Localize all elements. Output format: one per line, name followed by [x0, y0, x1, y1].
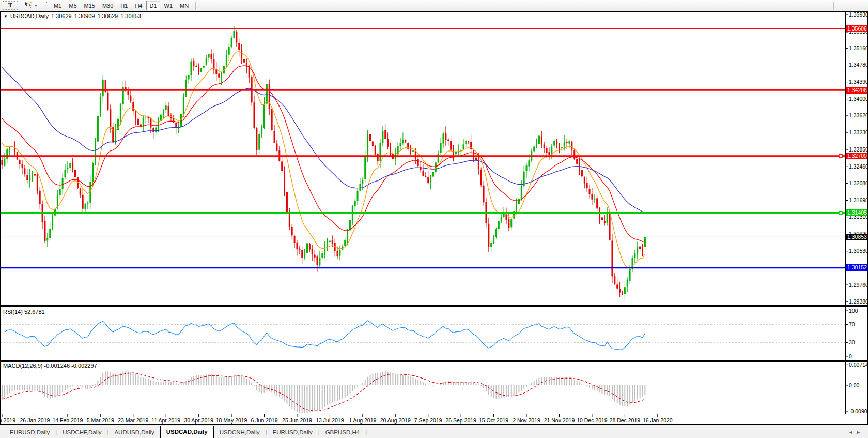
timeframe-button-M15[interactable]: M15 — [81, 1, 98, 10]
level-label-resistance: 1.34206 — [846, 87, 868, 94]
rsi-level-label: 70 — [849, 321, 855, 328]
chart-tab-bar: EURUSD,Daily|USDCHF,Daily|AUDUSD,DailyUS… — [0, 425, 868, 438]
macd-panel-bottom-border — [0, 414, 868, 414]
price-tick-label: 1.31310 — [849, 214, 868, 220]
price-tick-label: 1.33230 — [849, 129, 868, 136]
toolbar-separator — [195, 2, 196, 10]
timeframe-button-M5[interactable]: M5 — [66, 1, 80, 10]
date-tick-label: 2 Nov 2019 — [508, 417, 545, 424]
chart-tab-USDCAD-Daily[interactable]: USDCAD,Daily — [160, 426, 214, 438]
macd-level-label: 0.00 — [849, 382, 859, 389]
chevron-down-icon: ▼ — [34, 4, 38, 7]
cursor-crosshair-icon — [25, 2, 33, 9]
price-tick-label: 1.32850 — [849, 146, 868, 153]
price-tick-label: 1.32080 — [849, 180, 868, 187]
price-tick-label: 1.32460 — [849, 163, 868, 170]
date-tick-label: 7 Sep 2019 — [410, 417, 446, 424]
price-tick-label: 1.35160 — [849, 45, 868, 52]
timeframe-button-MN[interactable]: MN — [177, 1, 192, 10]
current-price-label: 1.30853 — [846, 234, 868, 240]
chart-symbol: USDCAD,Daily — [10, 13, 49, 19]
price-tick-label: 1.35530 — [849, 28, 868, 35]
timeframe-button-W1[interactable]: W1 — [161, 1, 176, 10]
price-tick-label: 1.31690 — [849, 197, 868, 204]
chart-plot-area[interactable] — [1, 12, 845, 414]
date-tick-label: 11 Apr 2019 — [148, 417, 184, 424]
collapse-arrow-icon[interactable]: ▼ — [4, 14, 8, 19]
chart-tab-GBPUSD-H4[interactable]: GBPUSD,H4 — [320, 427, 365, 438]
tab-separator: | — [365, 427, 367, 438]
date-tick-label: 30 Apr 2019 — [181, 417, 217, 424]
timeframe-button-D1[interactable]: D1 — [146, 1, 160, 10]
price-tick-label: 1.29760 — [849, 282, 868, 289]
price-tick-label: 1.29380 — [849, 298, 868, 305]
price-tick-label: 1.30920 — [849, 231, 868, 237]
price-tick-label: 1.34390 — [849, 79, 868, 85]
date-tick-label: 13 Jul 2019 — [312, 417, 348, 424]
macd-label: MACD(12,26,9) -0.001246 -0.002297 — [3, 363, 97, 369]
date-tick-label: 20 Aug 2019 — [377, 417, 413, 424]
rsi-panel-resize-handle[interactable] — [0, 305, 868, 306]
chart-tab-AUDUSD-Daily[interactable]: AUDUSD,Daily — [109, 427, 160, 438]
rsi-level-label: 30 — [849, 339, 855, 346]
price-tick-label: 1.33620 — [849, 112, 868, 119]
date-tick-label: 16 Jan 2020 — [640, 417, 676, 424]
top-toolbar: T ▼ M1M5M15M30H1H4D1W1MN — [0, 0, 868, 11]
price-tick-label: 1.30530 — [849, 248, 868, 254]
ohlc-close: 1.30853 — [120, 13, 141, 19]
timeframe-button-group: M1M5M15M30H1H4D1W1MN — [50, 1, 192, 10]
rsi-level-label: 100 — [849, 308, 858, 314]
price-tick-label: 1.35930 — [849, 11, 868, 18]
ohlc-high: 1.30909 — [74, 13, 95, 19]
timeframe-button-M1[interactable]: M1 — [51, 1, 65, 10]
chart-tab-USDCNH-Daily[interactable]: USDCNH,Daily — [214, 427, 266, 438]
date-tick-label: 10 Dec 2019 — [574, 417, 610, 424]
ohlc-low: 1.30629 — [97, 13, 118, 19]
rsi-panel-top-border — [0, 306, 868, 307]
macd-panel-top-border — [0, 361, 868, 362]
date-tick-label: 28 Dec 2019 — [607, 417, 643, 424]
date-tick-label: 14 Feb 2019 — [50, 417, 86, 424]
text-tool-button[interactable]: T — [3, 1, 18, 10]
window-left-border — [0, 11, 1, 425]
tab-scroll-right-button[interactable]: ► — [856, 430, 864, 435]
ohlc-open: 1.30629 — [51, 13, 72, 19]
date-tick-label: 23 Mar 2019 — [115, 417, 151, 424]
date-tick-label: 8 Jan 2019 — [0, 417, 20, 424]
price-axis-separator — [845, 11, 846, 414]
level-label-resistance: 1.35606 — [846, 25, 868, 32]
rsi-level-label: 0 — [849, 353, 852, 360]
date-tick-label: 5 Mar 2019 — [82, 417, 118, 424]
chart-title: ▼USDCAD,Daily1.306291.309091.306291.3085… — [4, 13, 141, 19]
chart-tab-USDCHF-Daily[interactable]: USDCHF,Daily — [57, 427, 107, 438]
date-tick-label: 15 Oct 2019 — [476, 417, 512, 424]
timeframe-button-H4[interactable]: H4 — [132, 1, 145, 10]
macd-panel-resize-handle[interactable] — [0, 360, 868, 361]
cursor-tool-button[interactable]: ▼ — [22, 1, 41, 10]
date-tick-label: 25 Jun 2019 — [279, 417, 315, 424]
price-tick-label: 1.34000 — [849, 96, 868, 102]
date-tick-label: 6 Jun 2019 — [246, 417, 283, 424]
chart-tab-EURUSD-Daily[interactable]: EURUSD,Daily — [267, 427, 318, 438]
level-label-resistance: 1.32700 — [846, 153, 868, 159]
rsi-label: RSI(14) 52.6781 — [3, 309, 45, 315]
window-top-border — [0, 11, 868, 12]
toolbar-separator-right — [833, 2, 834, 10]
date-tick-label: 26 Jan 2019 — [17, 417, 53, 424]
level-label-support: 1.30152 — [846, 264, 868, 271]
tab-scroll-left-button[interactable]: ◄ — [848, 430, 856, 435]
tab-scroll-arrows: ◄► — [848, 430, 864, 435]
date-tick-label: 21 Nov 2019 — [541, 417, 577, 424]
date-tick-label: 18 May 2019 — [213, 417, 250, 424]
macd-level-label: 0.00714 — [849, 361, 868, 368]
timeframe-button-H1[interactable]: H1 — [117, 1, 131, 10]
price-tick-label: 1.34780 — [849, 62, 868, 68]
timeframe-button-M30[interactable]: M30 — [99, 1, 116, 10]
toolbar-grip[interactable] — [44, 2, 47, 9]
date-tick-label: 26 Sep 2019 — [443, 417, 479, 424]
chart-tab-EURUSD-Daily[interactable]: EURUSD,Daily — [4, 427, 55, 438]
level-label-support: 1.31405 — [846, 209, 868, 216]
date-tick-label: 1 Aug 2019 — [345, 417, 381, 424]
